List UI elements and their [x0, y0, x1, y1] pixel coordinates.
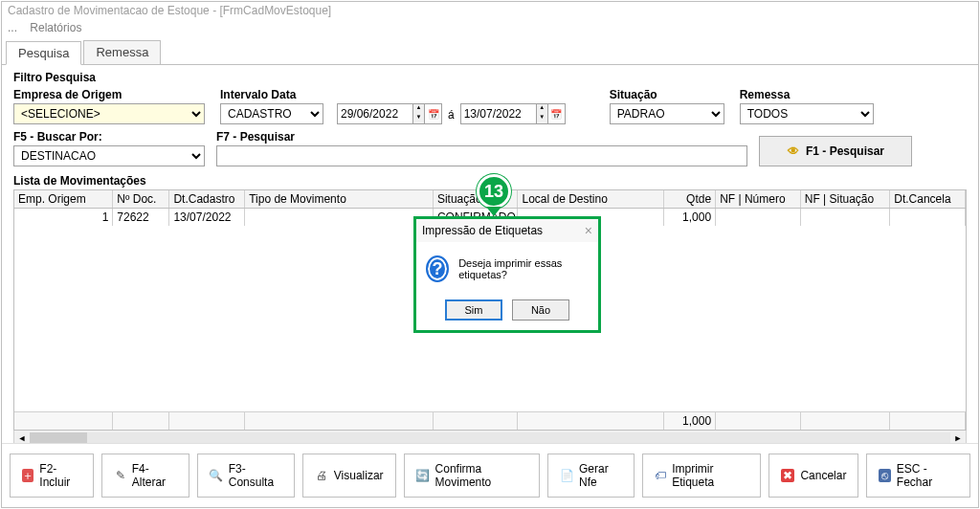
label-intervalo-data: Intervalo Data	[220, 88, 566, 101]
action-bar: ＋F2-Incluir ✎F4-Alterar 🔍F3-Consulta 🖨Vi…	[2, 443, 978, 507]
menu-item[interactable]: ...	[8, 21, 17, 34]
btn-label: F3-Consulta	[229, 462, 282, 489]
tabstrip: Pesquisa Remessa	[2, 40, 978, 65]
close-icon: ⎋	[879, 469, 890, 482]
scroll-thumb[interactable]	[30, 432, 87, 444]
calendar-icon-to[interactable]: 📅	[548, 103, 566, 124]
dialog-message: Deseja imprimir essas etiquetas?	[458, 257, 589, 280]
col-emp-origem[interactable]: Emp. Origem	[14, 190, 113, 208]
btn-label: F4-Alterar	[132, 462, 177, 489]
scroll-left-arrow[interactable]: ◄	[14, 433, 30, 443]
btn-label: Confirma Movimento	[435, 462, 527, 489]
cell-nfs	[801, 209, 891, 226]
select-remessa[interactable]: TODOS	[740, 103, 874, 124]
dialog-title-text: Impressão de Etiquetas	[422, 224, 543, 237]
cell-emp: 1	[14, 209, 113, 226]
button-esc-fechar[interactable]: ⎋ESC - Fechar	[866, 454, 970, 498]
menubar: ... Relatórios	[2, 21, 978, 38]
input-date-from[interactable]	[337, 103, 413, 124]
col-dt-cancela[interactable]: Dt.Cancela	[890, 190, 966, 208]
scroll-track[interactable]	[30, 432, 950, 444]
button-gerar-nfe[interactable]: 📄Gerar Nfe	[547, 454, 635, 498]
button-f1-pesquisar-label: F1 - Pesquisar	[806, 144, 884, 158]
dialog-titlebar: Impressão de Etiquetas ×	[416, 219, 598, 242]
step-badge: 13	[475, 174, 513, 220]
cell-nfn	[716, 209, 801, 226]
filter-section-label: Filtro Pesquisa	[13, 71, 970, 84]
grid-footer: 1,000	[14, 411, 966, 430]
button-cancelar[interactable]: ✖Cancelar	[768, 454, 858, 498]
date-separator: á	[448, 108, 455, 122]
dialog-button-sim[interactable]: Sim	[445, 299, 502, 321]
cell-doc: 72622	[113, 209, 169, 226]
input-date-to[interactable]	[460, 103, 537, 124]
step-number: 13	[477, 174, 511, 209]
cell-cad: 13/07/2022	[169, 209, 245, 226]
dialog-buttons: Sim Não	[416, 299, 598, 330]
pencil-icon: ✎	[114, 469, 125, 482]
search-icon: 🔍	[210, 469, 223, 482]
question-icon: ?	[426, 255, 449, 282]
col-nf-situacao[interactable]: NF | Situação	[801, 190, 891, 208]
document-icon: 📄	[560, 469, 573, 482]
plus-icon: ＋	[22, 469, 33, 482]
col-dt-cadastro[interactable]: Dt.Cadastro	[169, 190, 245, 208]
cell-tipo	[245, 209, 434, 226]
label-remessa: Remessa	[740, 88, 874, 101]
btn-label: Gerar Nfe	[579, 462, 622, 489]
label-situacao: Situação	[610, 88, 724, 101]
dialog-impressao-etiquetas: Impressão de Etiquetas × ? Deseja imprim…	[413, 216, 601, 333]
label-f7-pesquisar: F7 - Pesquisar	[216, 130, 747, 144]
label-buscar-por: F5 - Buscar Por:	[13, 130, 205, 144]
col-num-doc[interactable]: Nº Doc.	[113, 190, 169, 208]
btn-label: F2-Incluir	[39, 462, 81, 489]
app-window: Cadastro de Movimentacao de Estoque - [F…	[1, 1, 979, 508]
spinner-date-from[interactable]: ▲▼	[413, 103, 425, 124]
tab-pesquisa[interactable]: Pesquisa	[6, 41, 81, 65]
btn-label: Cancelar	[800, 469, 846, 482]
dialog-button-nao[interactable]: Não	[512, 299, 569, 321]
button-f3-consulta[interactable]: 🔍F3-Consulta	[197, 454, 295, 498]
cell-canc	[890, 209, 966, 226]
col-qtde[interactable]: Qtde	[664, 190, 716, 208]
calendar-icon-from[interactable]: 📅	[425, 103, 442, 124]
cancel-icon: ✖	[781, 469, 794, 482]
filter-row-2: F5 - Buscar Por: DESTINACAO F7 - Pesquis…	[10, 130, 970, 172]
menu-item-relatorios[interactable]: Relatórios	[30, 21, 81, 34]
button-visualizar[interactable]: 🖨Visualizar	[302, 454, 396, 498]
filter-row-1: Empresa de Origem <SELECIONE> Intervalo …	[10, 86, 970, 130]
label-empresa-origem: Empresa de Origem	[13, 88, 205, 101]
button-confirma-movimento[interactable]: 🔄Confirma Movimento	[404, 454, 540, 498]
dialog-close-icon[interactable]: ×	[585, 223, 592, 238]
window-title: Cadastro de Movimentacao de Estoque - [F…	[2, 2, 978, 21]
select-buscar-por[interactable]: DESTINACAO	[13, 145, 205, 166]
tab-remessa[interactable]: Remessa	[83, 40, 161, 64]
dialog-body: ? Deseja imprimir essas etiquetas?	[416, 242, 598, 299]
col-tipo-mov[interactable]: Tipo de Movimento	[245, 190, 434, 208]
button-imprimir-etiqueta[interactable]: 🏷Imprimir Etiqueta	[642, 454, 762, 498]
select-situacao[interactable]: PADRAO	[610, 103, 724, 124]
button-f4-alterar[interactable]: ✎F4-Alterar	[101, 454, 189, 498]
spinner-date-to[interactable]: ▲▼	[537, 103, 548, 124]
label-icon: 🏷	[655, 469, 666, 482]
check-icon: 🔄	[416, 469, 430, 482]
btn-label: Imprimir Etiqueta	[672, 462, 748, 489]
scroll-right-arrow[interactable]: ►	[950, 433, 966, 443]
btn-label: ESC - Fechar	[897, 462, 958, 489]
input-pesquisar[interactable]	[216, 145, 747, 166]
col-local-destino[interactable]: Local de Destino	[518, 190, 663, 208]
eye-icon: 👁	[787, 144, 800, 158]
footer-total-qtde: 1,000	[664, 412, 716, 430]
step-pointer	[486, 207, 501, 216]
cell-qtd: 1,000	[664, 209, 716, 226]
select-empresa-origem[interactable]: <SELECIONE>	[13, 103, 205, 124]
button-f2-incluir[interactable]: ＋F2-Incluir	[10, 454, 94, 498]
btn-label: Visualizar	[334, 469, 384, 482]
select-intervalo-tipo[interactable]: CADASTRO	[220, 103, 323, 124]
button-f1-pesquisar[interactable]: 👁 F1 - Pesquisar	[759, 136, 912, 166]
col-nf-numero[interactable]: NF | Número	[716, 190, 801, 208]
print-icon: 🖨	[315, 469, 328, 482]
